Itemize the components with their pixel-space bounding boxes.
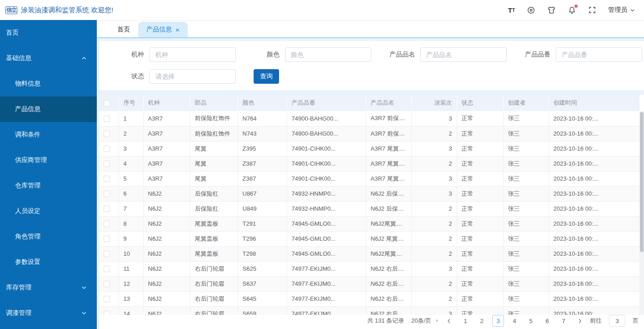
status-select[interactable] (150, 69, 236, 84)
row-checkbox[interactable] (104, 236, 110, 242)
theme-icon[interactable] (547, 6, 556, 15)
status-label: 状态 (110, 72, 144, 81)
page-size-select[interactable]: 20条/页 ▼ (411, 317, 439, 325)
sidebar-item-库存管理[interactable]: 库存管理 (0, 275, 97, 300)
product-table: 序号机种部品颜色产品品番产品品名涂装次状态创建者创建时间 (99, 95, 639, 111)
sidebar-item-label: 调漆管理 (6, 309, 31, 317)
filter-product-code: 产品品番 (516, 47, 642, 62)
sidebar-item-label: 基础信息 (6, 54, 31, 62)
filter-color: 颜色 (245, 47, 371, 62)
row-checkbox[interactable] (104, 251, 110, 257)
sidebar-item-人员设定[interactable]: 人员设定 (0, 198, 97, 224)
product-code-input[interactable] (556, 47, 642, 62)
page-numbers: 1234567 (459, 315, 569, 327)
filter-row-1: 机种 颜色 产品品名 产品品番 (110, 47, 644, 62)
select-all-checkbox[interactable] (104, 100, 110, 106)
product-name-input[interactable] (420, 47, 507, 62)
cell-color: S645 (238, 291, 287, 306)
sidebar-item-首页[interactable]: 首页 (0, 20, 97, 46)
page-number-7[interactable]: 7 (558, 315, 569, 327)
row-checkbox[interactable] (104, 281, 110, 287)
row-checkbox-cell (99, 171, 119, 186)
table-row: 1A3R7前保险杠饰件N76474900-BAHG00...A3R7 前保险杠.… (99, 111, 639, 126)
cell-coats: 3 (411, 261, 457, 276)
cell-creator: 张三 (503, 126, 549, 141)
row-checkbox[interactable] (104, 146, 110, 152)
sidebar-item-仓库管理[interactable]: 仓库管理 (0, 173, 97, 198)
row-checkbox[interactable] (104, 266, 110, 272)
row-checkbox[interactable] (104, 191, 110, 197)
cell-model: N6J2 (143, 246, 190, 261)
cell-coats: 2 (411, 156, 457, 171)
close-icon[interactable]: × (175, 26, 180, 33)
user-menu[interactable]: 管理员 (608, 6, 635, 14)
cell-model: N6J2 (143, 231, 190, 246)
sidebar-item-供应商管理[interactable]: 供应商管理 (0, 147, 97, 173)
cell-color: Z395 (238, 141, 287, 156)
topbar: 信立 涂装油漆调和监管系统 欢迎您! TT (0, 0, 644, 20)
notification-bell-icon[interactable] (568, 6, 576, 15)
row-checkbox[interactable] (104, 206, 110, 212)
sidebar-item-基础信息[interactable]: 基础信息 (0, 46, 97, 71)
main-content: 首页产品信息× 机种 颜色 产品品名 (97, 20, 644, 329)
cell-model: N6J2 (143, 276, 190, 291)
query-button[interactable]: 查询 (254, 69, 279, 84)
row-checkbox[interactable] (104, 161, 110, 167)
coin-icon[interactable] (527, 6, 535, 15)
page-number-1[interactable]: 1 (459, 315, 471, 327)
table-scrollbar[interactable] (639, 111, 644, 315)
cell-part_no: 74945-GMLO0... (287, 231, 366, 246)
sidebar-item-角色管理[interactable]: 角色管理 (0, 224, 97, 249)
row-checkbox[interactable] (104, 116, 110, 122)
cell-no: 9 (119, 231, 143, 246)
page-number-6[interactable]: 6 (541, 315, 553, 327)
sidebar-item-label: 调和条件 (15, 131, 40, 139)
next-page-button[interactable] (577, 318, 583, 324)
goto-page-input[interactable] (609, 315, 625, 327)
page-number-3[interactable]: 3 (492, 315, 504, 327)
scrollbar-thumb[interactable] (640, 112, 644, 252)
table-row: 7N6J2后保险杠U84974932-HNMP0...N6J2 后保险杠...2… (99, 201, 639, 216)
font-size-icon[interactable]: TT (508, 6, 515, 14)
row-checkbox[interactable] (104, 131, 110, 137)
row-checkbox[interactable] (104, 296, 110, 302)
row-checkbox-cell (99, 216, 119, 231)
sidebar-item-参数设置[interactable]: 参数设置 (0, 249, 97, 275)
cell-model: A3R7 (143, 156, 190, 171)
row-checkbox[interactable] (104, 221, 110, 227)
fullscreen-icon[interactable] (588, 6, 596, 14)
prev-page-button[interactable] (446, 318, 452, 324)
color-input[interactable] (285, 47, 371, 62)
cell-color: S625 (238, 261, 287, 276)
cell-no: 11 (119, 261, 143, 276)
cell-model: A3R7 (143, 126, 190, 141)
row-checkbox[interactable] (104, 176, 110, 182)
tab-产品信息[interactable]: 产品信息× (138, 22, 188, 37)
cell-no: 2 (119, 126, 143, 141)
cell-part: 尾翼 (190, 141, 238, 156)
row-checkbox-cell (99, 291, 119, 306)
table-row: 13N6J2右后门轮眉S64574977-EKIJM0...N6J2 右后门轮.… (99, 291, 639, 306)
total-records: 共 131 条记录 (367, 317, 404, 325)
column-header-创建时间: 创建时间 (549, 95, 639, 111)
cell-created: 2023-10-16 00:... (549, 246, 639, 261)
cell-part_no: 74945-GMLO0... (287, 246, 366, 261)
page-number-5[interactable]: 5 (525, 315, 537, 327)
sidebar-item-产品信息[interactable]: 产品信息 (0, 96, 97, 122)
cell-name: N6J2 尾翼盖板... (366, 231, 411, 246)
tab-首页[interactable]: 首页 (109, 22, 138, 37)
cell-name: N6J2 右后门轮... (366, 276, 411, 291)
cell-part: 尾翼盖板 (190, 231, 238, 246)
model-input[interactable] (150, 47, 236, 62)
cell-status: 正常 (457, 201, 503, 216)
cell-creator: 张三 (503, 186, 549, 201)
cell-color: U867 (238, 186, 287, 201)
sidebar-item-物料信息[interactable]: 物料信息 (0, 71, 97, 96)
row-checkbox[interactable] (104, 311, 110, 315)
sidebar-item-调和条件[interactable]: 调和条件 (0, 122, 97, 147)
page-number-2[interactable]: 2 (476, 315, 488, 327)
page-number-4[interactable]: 4 (509, 315, 520, 327)
cell-status: 正常 (457, 276, 503, 291)
chevron-down-icon (630, 8, 635, 13)
sidebar-item-调漆管理[interactable]: 调漆管理 (0, 300, 97, 326)
